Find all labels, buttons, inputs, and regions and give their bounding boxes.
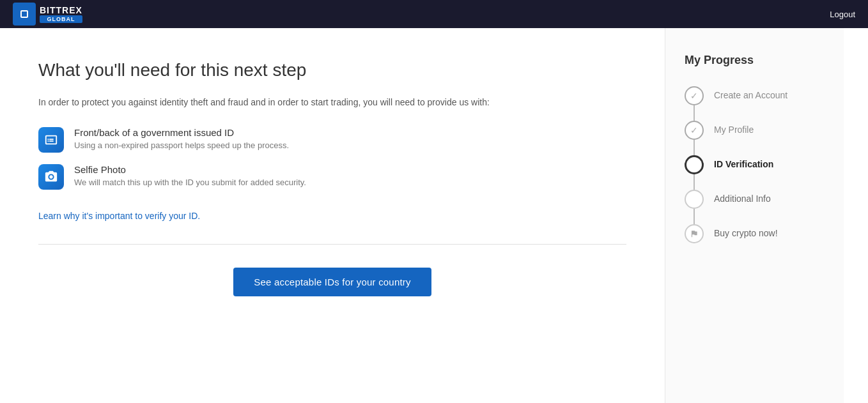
step-buy-crypto: Buy crypto now! — [685, 224, 825, 243]
steps-list: ✓ Create an Account ✓ My Profile — [685, 86, 825, 243]
step-label-additional-info: Additional Info — [714, 190, 771, 204]
step-create-account: ✓ Create an Account — [685, 86, 825, 121]
list-item: Selfie Photo We will match this up with … — [38, 164, 626, 190]
step-left — [685, 190, 704, 224]
id-item-desc: Using a non-expired passport helps speed… — [74, 141, 289, 150]
page-title: What you'll need for this next step — [38, 60, 626, 80]
list-item: Front/back of a government issued ID Usi… — [38, 127, 626, 153]
item-list: Front/back of a government issued ID Usi… — [38, 127, 626, 190]
step-circle-additional-info — [685, 190, 704, 209]
intro-text: In order to protect you against identity… — [38, 96, 626, 109]
selfie-item-desc: We will match this up with the ID you su… — [74, 178, 306, 187]
selfie-item-title: Selfie Photo — [74, 164, 306, 175]
id-item-title: Front/back of a government issued ID — [74, 127, 289, 138]
logo-text-group: BITTREX GLOBAL — [40, 5, 82, 23]
connector — [694, 105, 695, 121]
logout-button[interactable]: Logout — [830, 10, 855, 19]
cta-area: See acceptable IDs for your country — [38, 268, 626, 296]
logo-square — [20, 10, 28, 18]
step-label-id-verification: ID Verification — [714, 155, 773, 170]
step-left — [685, 224, 704, 243]
page-wrapper: What you'll need for this next step In o… — [0, 28, 868, 403]
id-card-icon-container — [38, 127, 64, 153]
camera-icon — [44, 170, 58, 184]
logo-area: BITTREX GLOBAL — [13, 3, 82, 26]
divider — [38, 244, 626, 245]
id-item-text: Front/back of a government issued ID Usi… — [74, 127, 289, 150]
step-additional-info: Additional Info — [685, 190, 825, 224]
id-card-icon — [44, 133, 58, 147]
step-label-create-account: Create an Account — [714, 86, 787, 101]
flag-icon — [690, 229, 699, 238]
learn-link[interactable]: Learn why it's important to verify your … — [38, 211, 200, 221]
connector — [694, 174, 695, 190]
step-id-verification: ID Verification — [685, 155, 825, 190]
brand-name: BITTREX — [40, 5, 82, 15]
progress-title: My Progress — [685, 54, 825, 67]
connector — [694, 140, 695, 155]
step-circle-id-verification — [685, 155, 704, 174]
brand-sub: GLOBAL — [40, 15, 82, 23]
selfie-item-text: Selfie Photo We will match this up with … — [74, 164, 306, 187]
step-circle-buy-crypto — [685, 224, 704, 243]
step-circle-create-account: ✓ — [685, 86, 704, 105]
step-left — [685, 155, 704, 190]
camera-icon-container — [38, 164, 64, 190]
step-label-my-profile: My Profile — [714, 121, 754, 135]
connector — [694, 209, 695, 224]
see-ids-button[interactable]: See acceptable IDs for your country — [233, 268, 431, 296]
logo-icon — [13, 3, 36, 26]
sidebar: My Progress ✓ Create an Account ✓ My Pro… — [665, 28, 844, 403]
main-content: What you'll need for this next step In o… — [0, 28, 665, 403]
header: BITTREX GLOBAL Logout — [0, 0, 868, 28]
step-left: ✓ — [685, 86, 704, 121]
step-label-buy-crypto: Buy crypto now! — [714, 224, 778, 239]
step-circle-my-profile: ✓ — [685, 121, 704, 140]
step-my-profile: ✓ My Profile — [685, 121, 825, 155]
step-left: ✓ — [685, 121, 704, 155]
